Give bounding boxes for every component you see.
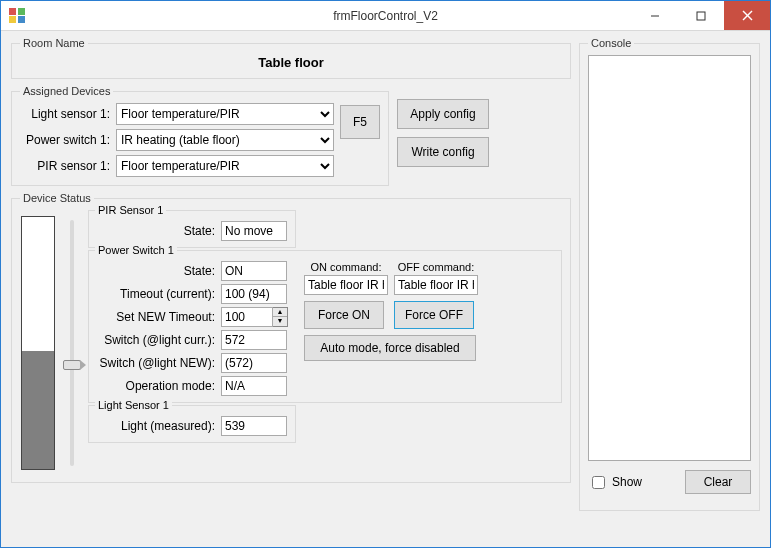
pir-state-label: State: [97, 224, 215, 238]
console-output[interactable] [588, 55, 751, 461]
pw-swcur-field [221, 330, 287, 350]
auto-mode-button[interactable]: Auto mode, force disabled [304, 335, 476, 361]
off-cmd-header: OFF command: [394, 261, 478, 273]
assigned-devices-legend: Assigned Devices [20, 85, 113, 97]
light-measured-label: Light (measured): [97, 419, 215, 433]
app-window: frmFloorControl_V2 Room Name Table floor [0, 0, 771, 548]
force-on-button[interactable]: Force ON [304, 301, 384, 329]
pw-op-field [221, 376, 287, 396]
maximize-button[interactable] [678, 1, 724, 30]
assigned-devices-group: Assigned Devices Light sensor 1: Floor t… [11, 85, 389, 186]
on-cmd-field[interactable] [304, 275, 388, 295]
pw-swnew-field [221, 353, 287, 373]
room-name-legend: Room Name [20, 37, 88, 49]
power-legend: Power Switch 1 [95, 244, 177, 256]
pir-state-field [221, 221, 287, 241]
off-cmd-field[interactable] [394, 275, 478, 295]
device-status-group: Device Status [11, 192, 571, 483]
pw-swcur-label: Switch (@light curr.): [97, 333, 215, 347]
light-sensor-select[interactable]: Floor temperature/PIR [116, 103, 334, 125]
pir-sensor-select[interactable]: Floor temperature/PIR [116, 155, 334, 177]
pw-timeoutcur-label: Timeout (current): [97, 287, 215, 301]
pw-swnew-label: Switch (@light NEW): [97, 356, 215, 370]
pir-legend: PIR Sensor 1 [95, 204, 166, 216]
light-measured-field [221, 416, 287, 436]
show-checkbox[interactable] [592, 476, 605, 489]
threshold-slider[interactable] [70, 220, 74, 466]
pir-sensor-label: PIR sensor 1: [20, 159, 110, 173]
console-legend: Console [588, 37, 634, 49]
pw-op-label: Operation mode: [97, 379, 215, 393]
light-sensor-label: Light sensor 1: [20, 107, 110, 121]
device-status-legend: Device Status [20, 192, 94, 204]
window-title: frmFloorControl_V2 [333, 9, 438, 23]
light-bar [21, 216, 55, 470]
pw-timeoutnew-label: Set NEW Timeout: [97, 310, 215, 324]
console-group: Console Show Clear [579, 37, 760, 511]
power-group: Power Switch 1 State: Timeout (current):… [88, 250, 562, 403]
pw-timeoutnew-spinner[interactable]: ▲▼ [273, 307, 288, 327]
app-icon [9, 8, 25, 24]
light-sensor-group: Light Sensor 1 Light (measured): [88, 405, 296, 443]
clear-button[interactable]: Clear [685, 470, 751, 494]
pw-timeoutcur-field [221, 284, 287, 304]
minimize-button[interactable] [632, 1, 678, 30]
pw-state-label: State: [97, 264, 215, 278]
room-name-group: Room Name Table floor [11, 37, 571, 79]
show-label: Show [612, 475, 642, 489]
f5-button[interactable]: F5 [340, 105, 380, 139]
force-off-button[interactable]: Force OFF [394, 301, 474, 329]
power-switch-label: Power switch 1: [20, 133, 110, 147]
pw-timeoutnew-field[interactable] [221, 307, 273, 327]
pw-state-field [221, 261, 287, 281]
client-area: Room Name Table floor Assigned Devices L… [1, 31, 770, 547]
light-sensor-legend: Light Sensor 1 [95, 399, 172, 411]
pir-group: PIR Sensor 1 State: [88, 210, 296, 248]
room-name-value: Table floor [20, 55, 562, 70]
write-config-button[interactable]: Write config [397, 137, 489, 167]
power-switch-select[interactable]: IR heating (table floor) [116, 129, 334, 151]
titlebar[interactable]: frmFloorControl_V2 [1, 1, 770, 31]
close-button[interactable] [724, 1, 770, 30]
svg-rect-1 [697, 12, 705, 20]
on-cmd-header: ON command: [304, 261, 388, 273]
apply-config-button[interactable]: Apply config [397, 99, 489, 129]
